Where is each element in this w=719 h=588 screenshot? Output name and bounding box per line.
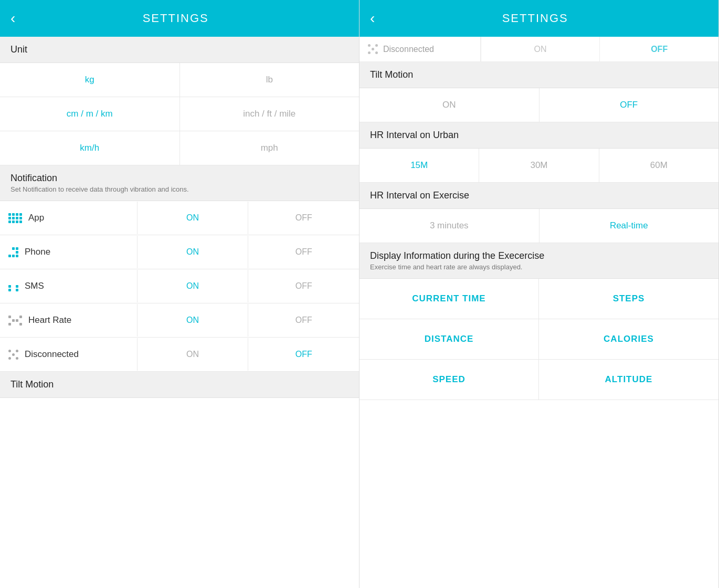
hr-urban-options-row: 15M 30M 60M [359, 149, 718, 183]
notif-phone-label-text: Phone [25, 247, 50, 257]
notif-heartrate-on[interactable]: ON [137, 304, 248, 337]
notif-heartrate-row: Heart Rate ON OFF [0, 303, 359, 338]
notif-disconnected-row: Disconnected ON OFF [0, 338, 359, 372]
notif-sms-label-text: SMS [25, 281, 44, 291]
hr-urban-15m[interactable]: 15M [359, 149, 479, 182]
right-header-title: SETTINGS [383, 12, 687, 25]
notif-disconnected-on[interactable]: ON [137, 338, 248, 371]
unit-metric-option[interactable]: cm / m / km [0, 97, 180, 131]
display-grid: CURRENT TIME STEPS DISTANCE CALORIES SPE… [359, 279, 718, 400]
notif-phone-on[interactable]: ON [137, 236, 248, 268]
unit-lb-option[interactable]: lb [180, 63, 359, 97]
tilt-off-option[interactable]: OFF [540, 88, 719, 122]
notif-phone-label: Phone [0, 235, 137, 269]
unit-kmh-option[interactable]: km/h [0, 131, 180, 165]
tilt-title-right: Tilt Motion [370, 69, 708, 80]
phone-icon [8, 247, 18, 257]
notif-disconnected-label: Disconnected [0, 338, 137, 371]
notif-sms-off[interactable]: OFF [248, 270, 359, 302]
hr-urban-title: HR Interval on Urban [370, 130, 708, 141]
hr-urban-30m[interactable]: 30M [479, 149, 599, 182]
display-steps[interactable]: STEPS [539, 279, 718, 319]
unit-kg-option[interactable]: kg [0, 63, 180, 97]
display-distance[interactable]: DISTANCE [359, 319, 539, 360]
notif-phone-row: Phone ON OFF [0, 235, 359, 269]
display-title: Display Information during the Execercis… [370, 250, 708, 261]
right-scroll: Disconnected ON OFF Tilt Motion ON OFF H… [359, 37, 718, 588]
unit-imperial-option[interactable]: inch / ft / mile [180, 97, 359, 131]
hr-exercise-title: HR Interval on Exercise [370, 190, 708, 201]
notif-heartrate-off[interactable]: OFF [248, 304, 359, 337]
unit-speed-row: km/h mph [0, 131, 359, 165]
unit-mph-option[interactable]: mph [180, 131, 359, 165]
heartrate-icon [8, 316, 22, 326]
partial-on[interactable]: ON [481, 37, 600, 61]
notif-disconnected-label-text: Disconnected [25, 349, 79, 360]
notif-sms-label: SMS [0, 269, 137, 303]
right-panel: ‹ SETTINGS Disconnected ON OFF Tilt Moti… [359, 0, 719, 588]
unit-title: Unit [10, 44, 27, 55]
tilt-section-right: Tilt Motion [359, 62, 718, 88]
display-speed[interactable]: SPEED [359, 360, 539, 400]
notif-app-off[interactable]: OFF [248, 202, 359, 234]
right-back-button[interactable]: ‹ [370, 10, 375, 27]
partial-disconnected-label: Disconnected [359, 37, 481, 61]
notif-sms-row: SMS ON OFF [0, 269, 359, 303]
sms-icon [8, 281, 18, 291]
notif-app-label-text: App [28, 213, 44, 223]
notification-section-header: Notification Set Notification to receive… [0, 165, 359, 201]
notif-phone-off[interactable]: OFF [248, 236, 359, 268]
notif-app-on[interactable]: ON [137, 202, 248, 234]
left-back-button[interactable]: ‹ [10, 10, 15, 27]
left-scroll: Unit kg lb cm / m / km inch / ft / mile … [0, 37, 359, 588]
hr-exercise-3min[interactable]: 3 minutes [359, 209, 540, 243]
notification-subtitle: Set Notification to receive data through… [10, 185, 348, 193]
notif-app-row: App ON OFF [0, 201, 359, 235]
disconnected-icon [8, 350, 18, 360]
left-header-title: SETTINGS [24, 12, 327, 25]
hr-exercise-realtime[interactable]: Real-time [540, 209, 719, 243]
left-header: ‹ SETTINGS [0, 0, 359, 37]
display-calories[interactable]: CALORIES [539, 319, 718, 360]
notif-disconnected-off[interactable]: OFF [248, 338, 359, 371]
tilt-title-left: Tilt Motion [10, 379, 348, 390]
notif-heartrate-label-text: Heart Rate [28, 315, 71, 326]
display-altitude[interactable]: ALTITUDE [539, 360, 718, 400]
notification-title: Notification [10, 173, 348, 184]
right-header: ‹ SETTINGS [359, 0, 718, 37]
unit-weight-row: kg lb [0, 63, 359, 97]
tilt-section-left: Tilt Motion [0, 372, 359, 398]
hr-exercise-section: HR Interval on Exercise [359, 183, 718, 209]
display-subtitle: Exercise time and heart rate are always … [370, 263, 708, 271]
partial-off[interactable]: OFF [599, 37, 718, 61]
notif-app-label: App [0, 201, 137, 235]
notif-heartrate-label: Heart Rate [0, 303, 137, 337]
partial-disconnected-row: Disconnected ON OFF [359, 37, 718, 62]
unit-section-header: Unit [0, 37, 359, 63]
tilt-options-row: ON OFF [359, 88, 718, 122]
hr-urban-60m[interactable]: 60M [599, 149, 718, 182]
display-current-time[interactable]: CURRENT TIME [359, 279, 539, 319]
hr-urban-section: HR Interval on Urban [359, 122, 718, 149]
notif-sms-on[interactable]: ON [137, 270, 248, 302]
app-icon [8, 213, 22, 223]
unit-distance-row: cm / m / km inch / ft / mile [0, 97, 359, 131]
partial-disconnected-text: Disconnected [383, 45, 434, 54]
display-section-header: Display Information during the Execercis… [359, 243, 718, 279]
hr-exercise-options-row: 3 minutes Real-time [359, 209, 718, 243]
disconnected-icon-right [368, 44, 378, 54]
left-panel: ‹ SETTINGS Unit kg lb cm / m / km inch /… [0, 0, 359, 588]
tilt-on-option[interactable]: ON [359, 88, 540, 122]
